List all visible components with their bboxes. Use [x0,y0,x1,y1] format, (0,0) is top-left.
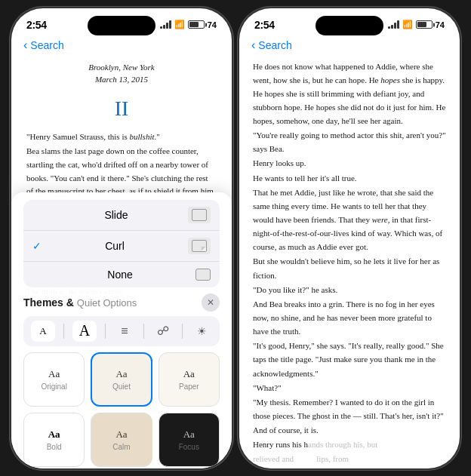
transition-curl-check: ✓ [32,240,42,252]
r-para-6: But she wouldn't believe him, so he lets… [253,254,446,281]
r-para-10: "What?" [253,381,446,395]
theme-focus-label: Focus [179,443,199,451]
divider-3 [143,324,144,339]
nav-bar-left: ‹ Search [11,34,232,55]
back-button-right[interactable]: ‹ Search [251,38,292,52]
r-para-13: Henry runs his hands through his, but [253,438,446,451]
brightness-icon[interactable]: ☀ [191,321,212,342]
divider-1 [63,324,64,339]
theme-quiet-label: Quiet [112,382,131,391]
theme-paper-label: Paper [179,382,199,391]
theme-bold-text: Aa [48,428,60,441]
left-phone: 2:54 📶 74 ‹ Search Broo [11,8,232,468]
book-location-2: March 13, 2015 [26,73,217,86]
dynamic-island [88,16,155,35]
r-para-7: "Do you like it?" he asks. [253,283,446,296]
transition-slide-label: Slide [104,209,128,221]
time-right: 2:54 [254,19,275,31]
battery-level-right: 74 [436,20,445,29]
divider-2 [105,324,106,339]
theme-focus[interactable]: Aa Focus [159,413,220,467]
font-controls: A A ≡ ☍ ☀ [23,316,220,346]
theme-bold-label: Bold [47,443,62,451]
theme-quiet-text: Aa [115,368,127,380]
r-para-3: Henry looks up. [253,156,446,170]
theme-paper-text: Aa [183,368,195,380]
wifi-icon: 📶 [174,20,185,29]
themes-title: Themes & Quiet Options [23,296,137,309]
signal-icon [160,20,171,29]
bookmark-icon[interactable]: ☍ [152,321,174,342]
theme-paper[interactable]: Aa Paper [159,352,220,407]
back-chevron-icon: ‹ [23,38,27,52]
r-para-12: And of course, it is. [253,423,446,437]
transition-none[interactable]: None [23,262,220,287]
theme-bold[interactable]: Aa Bold [23,413,85,467]
status-icons-right: 📶 74 [388,20,445,29]
theme-grid: Aa Original Aa Quiet Aa Paper Aa Bold [23,352,220,467]
transition-options: Slide ✓ Curl None [23,200,220,287]
para-1: "Henry Samuel Strauss, this is bullshit.… [26,131,217,144]
r-para-1: He does not know what happened to Addie,… [253,60,446,128]
book-location-1: Brooklyn, New York [26,61,217,74]
r-para-8: And Bea breaks into a grin. There is no … [253,297,446,338]
theme-calm[interactable]: Aa Calm [91,413,152,467]
divider-4 [182,324,183,339]
r-para-4: He wants to tell her it's all true. [253,171,446,185]
wifi-icon-right: 📶 [402,20,413,29]
dynamic-island-right [316,16,383,35]
page-slide-visual [192,209,207,221]
book-content-right-area: He does not know what happened to Addie,… [239,55,460,468]
font-small-button[interactable]: A [31,321,55,342]
nav-bar-right: ‹ Search [239,34,460,55]
theme-original[interactable]: Aa Original [23,352,85,407]
right-phone: 2:54 📶 74 ‹ Search He does not kno [239,8,460,468]
theme-quiet[interactable]: Aa Quiet [91,352,152,407]
r-para-9: "It's good, Henry," she says. "It's real… [253,339,446,379]
back-button-left[interactable]: ‹ Search [23,38,64,52]
themes-header: Themes & Quiet Options ✕ [23,293,220,312]
none-icon [195,269,211,281]
r-para-2: "You're really going to method actor thi… [253,128,446,155]
transition-curl-label: Curl [105,240,125,252]
time-left: 2:54 [26,19,47,31]
back-label-right: Search [258,39,291,51]
reading-options-panel: Slide ✓ Curl None [11,192,232,468]
page-curl-visual [192,240,207,252]
theme-original-text: Aa [48,368,60,380]
theme-calm-text: Aa [115,428,127,441]
chapter-number: II [26,92,217,124]
transition-none-label: None [107,269,132,281]
book-header: Brooklyn, New York March 13, 2015 [26,61,217,86]
battery-level-left: 74 [208,20,217,29]
theme-original-label: Original [41,382,66,391]
battery-icon-right [416,20,433,29]
font-style-icon[interactable]: ≡ [114,321,135,342]
r-para-15: could [253,467,446,468]
theme-calm-label: Calm [112,443,130,451]
signal-icon-right [388,20,399,29]
slide-icon [188,207,211,223]
theme-focus-text: Aa [183,428,195,441]
r-para-14: relieved and lips, from [253,452,446,465]
back-chevron-icon-right: ‹ [251,38,255,52]
r-para-11: "My thesis. Remember? I wanted to do it … [253,395,446,422]
curl-icon [188,238,211,254]
transition-curl[interactable]: ✓ Curl [23,231,220,262]
battery-icon [188,20,205,29]
back-label-left: Search [30,39,63,51]
status-icons-left: 📶 74 [160,20,217,29]
right-book-text: He does not know what happened to Addie,… [239,55,460,468]
transition-slide[interactable]: Slide [23,200,220,231]
r-para-5: That he met Addie, just like he wrote, t… [253,186,446,254]
book-content-left: Brooklyn, New York March 13, 2015 II "He… [11,55,232,468]
close-button[interactable]: ✕ [202,293,220,312]
font-large-button[interactable]: A [72,321,97,342]
